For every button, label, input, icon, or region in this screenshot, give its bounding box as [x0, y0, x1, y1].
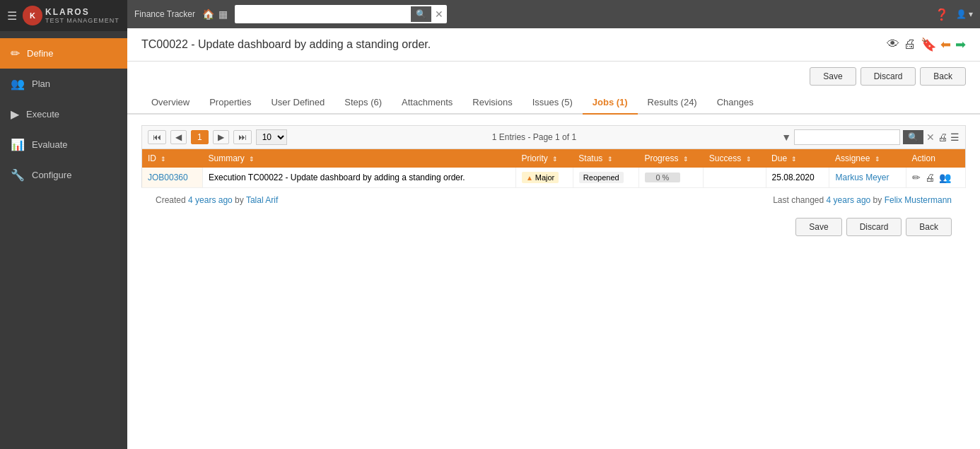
- sidebar-header: ☰ K KLAROS TEST MANAGEMENT: [0, 0, 127, 31]
- view-icon[interactable]: 👁: [887, 37, 899, 52]
- configure-icon: 🔧: [11, 168, 25, 182]
- priority-arrow-icon: ▲: [526, 174, 533, 182]
- id-sort-icon: ⇕: [161, 156, 166, 163]
- job-id-link[interactable]: JOB00360: [148, 173, 188, 182]
- edit-icon[interactable]: ✏: [912, 172, 921, 183]
- app-name: KLAROS: [45, 7, 119, 17]
- topbar-app-name: Finance Tracker: [134, 9, 195, 19]
- define-icon: ✏: [11, 47, 20, 60]
- priority-value: Major: [535, 173, 555, 182]
- home-icon[interactable]: 🏠: [202, 8, 214, 20]
- bottom-toolbar: Save Discard Back: [141, 212, 966, 250]
- table-toolbar: ⏮ ◀ 1 ▶ ⏭ 10 25 50 1 Entries - Page 1 of…: [141, 125, 966, 148]
- discard-button-bottom[interactable]: Discard: [846, 218, 902, 236]
- prev-arrow-icon[interactable]: ⬅: [940, 37, 951, 52]
- sidebar-label-define: Define: [27, 48, 54, 59]
- content-area: ⏮ ◀ 1 ▶ ⏭ 10 25 50 1 Entries - Page 1 of…: [127, 115, 980, 449]
- cell-success: [704, 168, 766, 188]
- pagination-info: 1 Entries - Page 1 of 1: [291, 132, 777, 142]
- table-icon[interactable]: ▦: [218, 8, 228, 20]
- table-row: JOB00360 Execution TC00022 - Update dash…: [142, 168, 966, 188]
- print-icon[interactable]: 🖨: [904, 37, 916, 52]
- col-header-id[interactable]: ID ⇕: [142, 149, 203, 168]
- tab-user-defined[interactable]: User Defined: [261, 91, 334, 115]
- discard-button-top[interactable]: Discard: [861, 67, 916, 86]
- col-header-summary[interactable]: Summary ⇕: [202, 149, 515, 168]
- tab-issues[interactable]: Issues (5): [523, 91, 583, 115]
- col-header-success[interactable]: Success ⇕: [704, 149, 766, 168]
- hamburger-icon[interactable]: ☰: [7, 9, 17, 23]
- sidebar-item-execute[interactable]: ▶ Execute: [0, 99, 127, 129]
- changed-label: Last changed: [773, 195, 824, 205]
- changed-user[interactable]: Felix Mustermann: [885, 195, 952, 205]
- col-header-due[interactable]: Due ⇕: [766, 149, 829, 168]
- status-badge: Reopened: [579, 172, 624, 183]
- table-print-icon[interactable]: 🖨: [938, 132, 947, 143]
- sidebar-item-configure[interactable]: 🔧 Configure: [0, 160, 127, 190]
- tab-steps[interactable]: Steps (6): [334, 91, 392, 115]
- tab-overview[interactable]: Overview: [141, 91, 199, 115]
- assignee-sort-icon: ⇕: [875, 156, 880, 163]
- next-arrow-icon[interactable]: ➡: [955, 37, 966, 52]
- user-menu[interactable]: 👤 ▾: [956, 9, 973, 19]
- filter-clear-button[interactable]: ✕: [926, 132, 935, 143]
- main-content: Finance Tracker 🏠 ▦ 🔍 ✕ ❓ 👤 ▾ TC00022 - …: [127, 0, 980, 449]
- print-row-icon[interactable]: 🖨: [925, 172, 935, 183]
- logo-container: K KLAROS TEST MANAGEMENT: [23, 6, 119, 25]
- next-page-button[interactable]: ▶: [213, 130, 229, 144]
- sidebar-item-define[interactable]: ✏ Define: [0, 38, 127, 69]
- last-page-button[interactable]: ⏭: [233, 130, 252, 144]
- page-area: TC00022 - Update dashboard by adding a s…: [127, 28, 980, 449]
- topbar-search: 🔍 ✕: [235, 5, 447, 23]
- sidebar-label-plan: Plan: [32, 78, 50, 89]
- cell-status: Reopened: [573, 168, 638, 188]
- col-header-status[interactable]: Status ⇕: [573, 149, 638, 168]
- assignee-link[interactable]: Markus Meyer: [835, 173, 889, 182]
- status-sort-icon: ⇕: [607, 156, 613, 163]
- filter-input[interactable]: [794, 129, 900, 145]
- tab-revisions[interactable]: Revisions: [462, 91, 522, 115]
- created-by-label: by: [235, 195, 244, 205]
- tabs: Overview Properties User Defined Steps (…: [127, 91, 980, 115]
- help-icon[interactable]: ❓: [935, 8, 949, 21]
- execute-icon: ▶: [11, 107, 19, 121]
- cell-progress: 0 %: [638, 168, 703, 188]
- back-button-top[interactable]: Back: [920, 67, 966, 86]
- tab-attachments[interactable]: Attachments: [392, 91, 462, 115]
- first-page-button[interactable]: ⏮: [148, 130, 166, 144]
- search-clear-icon[interactable]: ✕: [431, 8, 447, 20]
- page-size-select[interactable]: 10 25 50: [256, 129, 287, 145]
- filter-icon[interactable]: ▼: [781, 132, 791, 143]
- jobs-table: ID ⇕ Summary ⇕ Priority ⇕ Status: [141, 148, 966, 188]
- back-button-bottom[interactable]: Back: [906, 218, 952, 236]
- search-button[interactable]: 🔍: [411, 6, 431, 22]
- col-header-priority[interactable]: Priority ⇕: [515, 149, 573, 168]
- plan-icon: 👥: [11, 77, 25, 91]
- action-icons: ✏ 🖨 👥: [912, 172, 959, 183]
- tab-jobs[interactable]: Jobs (1): [583, 91, 638, 115]
- success-sort-icon: ⇕: [746, 156, 752, 163]
- tab-properties[interactable]: Properties: [199, 91, 261, 115]
- topbar: Finance Tracker 🏠 ▦ 🔍 ✕ ❓ 👤 ▾: [127, 0, 980, 28]
- created-user[interactable]: Talal Arif: [246, 195, 278, 205]
- cell-id: JOB00360: [142, 168, 203, 188]
- changed-time[interactable]: 4 years ago: [827, 195, 871, 205]
- table-cols-icon[interactable]: ☰: [950, 132, 959, 143]
- created-time[interactable]: 4 years ago: [188, 195, 233, 205]
- filter-search-button[interactable]: 🔍: [903, 130, 923, 144]
- tab-changes[interactable]: Changes: [707, 91, 764, 115]
- save-button-top[interactable]: Save: [810, 67, 856, 86]
- prev-page-button[interactable]: ◀: [170, 130, 187, 144]
- col-header-assignee[interactable]: Assignee ⇕: [829, 149, 906, 168]
- tab-results[interactable]: Results (24): [638, 91, 707, 115]
- bookmark-icon[interactable]: 🔖: [921, 37, 936, 52]
- save-button-bottom[interactable]: Save: [795, 218, 841, 236]
- created-label: Created: [156, 195, 186, 205]
- cell-assignee: Markus Meyer: [829, 168, 906, 188]
- search-input[interactable]: [235, 7, 411, 21]
- logo-icon: K: [23, 6, 42, 25]
- sidebar-item-plan[interactable]: 👥 Plan: [0, 69, 127, 99]
- assign-icon[interactable]: 👥: [939, 172, 951, 183]
- sidebar-item-evaluate[interactable]: 📊 Evaluate: [0, 129, 127, 160]
- col-header-progress[interactable]: Progress ⇕: [638, 149, 703, 168]
